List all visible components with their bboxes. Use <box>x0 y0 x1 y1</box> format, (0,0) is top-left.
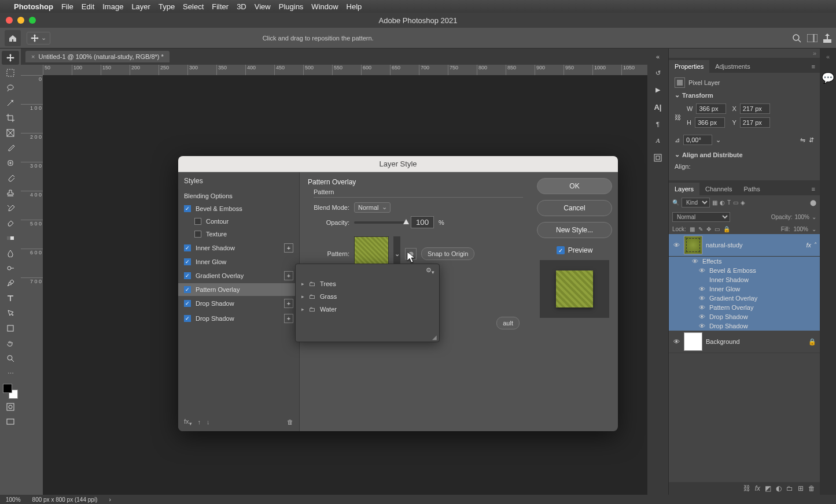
libraries-panel-icon[interactable] <box>653 153 662 162</box>
chevron-down-icon[interactable]: ⌄ <box>675 151 680 158</box>
angle-dropdown-icon[interactable]: ⌄ <box>716 136 721 144</box>
menu-help[interactable]: Help <box>347 2 362 11</box>
glyphs-panel-icon[interactable]: A <box>656 137 660 144</box>
checkbox-icon[interactable]: ✓ <box>184 300 191 307</box>
styles-header[interactable]: Styles <box>178 172 299 190</box>
panel-menu-icon[interactable]: ≡ <box>807 60 820 73</box>
doc-info[interactable]: 800 px x 800 px (144 ppi) <box>32 496 98 503</box>
menu-edit[interactable]: Edit <box>82 2 94 11</box>
pattern-folder-water[interactable]: ▸🗀Water <box>296 303 439 316</box>
checkbox-icon[interactable]: ✓ <box>184 244 191 251</box>
layer-background[interactable]: 👁 Background 🔒 <box>669 331 820 353</box>
path-select-tool[interactable] <box>2 306 19 320</box>
lasso-tool[interactable] <box>2 81 19 95</box>
chevron-down-icon[interactable]: ⌄ <box>675 91 680 99</box>
layer-thumbnail[interactable] <box>684 236 702 254</box>
layer-thumbnail[interactable] <box>684 332 702 351</box>
lock-all-icon[interactable]: 🔒 <box>723 226 730 232</box>
move-up-icon[interactable]: ↑ <box>198 418 201 425</box>
filter-type-icon[interactable]: T <box>727 199 731 206</box>
close-tab-icon[interactable]: × <box>31 53 35 60</box>
move-down-icon[interactable]: ↓ <box>207 418 210 425</box>
history-panel-icon[interactable]: ↺ <box>655 69 661 77</box>
type-tool[interactable] <box>2 291 19 305</box>
popup-gear-icon[interactable]: ⚙▾ <box>296 264 439 277</box>
lock-transparency-icon[interactable]: ▦ <box>690 226 695 232</box>
effect-row[interactable]: 👁Pattern Overlay <box>669 303 820 312</box>
move-tool[interactable] <box>2 51 19 65</box>
style-gradient-overlay[interactable]: ✓Gradient Overlay+ <box>178 268 299 283</box>
window-minimize-icon[interactable] <box>17 17 24 24</box>
workspace-icon[interactable] <box>807 34 817 42</box>
shape-tool[interactable] <box>2 321 19 335</box>
color-swatches[interactable] <box>3 384 18 399</box>
y-input[interactable] <box>740 117 770 128</box>
visibility-icon[interactable]: 👁 <box>698 313 706 320</box>
tab-layers[interactable]: Layers <box>669 183 699 195</box>
lock-position-icon[interactable]: ✥ <box>706 226 711 232</box>
style-contour[interactable]: Contour <box>178 215 299 228</box>
effect-row[interactable]: 👁Inner Glow <box>669 284 820 294</box>
filter-pixel-icon[interactable]: ▦ <box>712 199 717 206</box>
fx-icon[interactable]: fx▾ <box>184 418 192 427</box>
home-button[interactable] <box>5 30 21 46</box>
brush-tool[interactable] <box>2 171 19 185</box>
search-icon[interactable]: 🔍 <box>672 199 679 206</box>
visibility-icon[interactable]: 👁 <box>698 295 706 302</box>
effect-row[interactable]: 👁Bevel & Emboss <box>669 266 820 275</box>
blending-options-item[interactable]: Blending Options <box>178 190 299 202</box>
ok-button[interactable]: OK <box>537 178 612 194</box>
link-wh-icon[interactable]: ⛓ <box>675 114 681 121</box>
width-input[interactable] <box>696 103 726 114</box>
resize-handle-icon[interactable]: ◢ <box>296 333 439 342</box>
opacity-input[interactable] <box>411 216 434 228</box>
style-inner-shadow[interactable]: ✓Inner Shadow+ <box>178 240 299 255</box>
layer-name[interactable]: natural-study <box>706 242 743 249</box>
add-effect-icon[interactable]: + <box>284 314 293 323</box>
snap-to-origin-button[interactable]: Snap to Origin <box>421 247 474 260</box>
pattern-folder-grass[interactable]: ▸🗀Grass <box>296 290 439 303</box>
layer-mask-icon[interactable]: ◩ <box>765 484 771 492</box>
tab-properties[interactable]: Properties <box>669 60 709 73</box>
menu-window[interactable]: Window <box>311 2 338 11</box>
menu-image[interactable]: Image <box>102 2 123 11</box>
edit-toolbar[interactable]: ⋯ <box>2 366 19 380</box>
menu-layer[interactable]: Layer <box>131 2 150 11</box>
new-layer-icon[interactable]: ⊞ <box>798 484 804 492</box>
pen-tool[interactable] <box>2 276 19 290</box>
adjustment-layer-icon[interactable]: ◐ <box>776 484 782 492</box>
lock-pixels-icon[interactable]: ✎ <box>698 226 703 232</box>
visibility-icon[interactable]: 👁 <box>672 242 680 249</box>
menu-file[interactable]: File <box>61 2 73 11</box>
eyedropper-tool[interactable] <box>2 141 19 155</box>
filter-toggle-icon[interactable]: ⬤ <box>810 199 816 206</box>
visibility-icon[interactable]: 👁 <box>698 304 706 311</box>
heal-tool[interactable] <box>2 156 19 170</box>
history-brush-tool[interactable] <box>2 201 19 215</box>
menu-plugins[interactable]: Plugins <box>279 2 304 11</box>
share-icon[interactable] <box>823 34 831 43</box>
new-preset-icon[interactable]: ⊕ <box>405 248 417 260</box>
flip-v-icon[interactable]: ⇵ <box>809 136 814 144</box>
dodge-tool[interactable] <box>2 261 19 275</box>
actions-panel-icon[interactable]: ▶ <box>655 86 660 94</box>
effect-row[interactable]: 👁Drop Shadow <box>669 321 820 331</box>
hand-tool[interactable] <box>2 336 19 350</box>
fx-badge[interactable]: fx ˄ <box>806 242 816 249</box>
stamp-tool[interactable] <box>2 186 19 200</box>
checkbox-icon[interactable]: ✓ <box>184 272 191 279</box>
effect-row[interactable]: 👁Inner Shadow <box>669 275 820 284</box>
character-panel-icon[interactable]: A| <box>654 103 661 112</box>
checkbox-icon[interactable]: ✓ <box>184 205 191 212</box>
blur-tool[interactable] <box>2 246 19 260</box>
move-tool-options[interactable]: ⌄ <box>27 32 50 45</box>
menu-filter[interactable]: Filter <box>212 2 229 11</box>
link-layers-icon[interactable]: ⛓ <box>743 484 750 492</box>
style-pattern-overlay[interactable]: ✓Pattern Overlay <box>178 283 299 296</box>
style-texture[interactable]: Texture <box>178 228 299 240</box>
cancel-button[interactable]: Cancel <box>537 200 612 216</box>
menu-type[interactable]: Type <box>159 2 175 11</box>
lock-artboard-icon[interactable]: ▭ <box>715 226 720 232</box>
height-input[interactable] <box>695 117 725 128</box>
window-maximize-icon[interactable] <box>29 17 36 24</box>
